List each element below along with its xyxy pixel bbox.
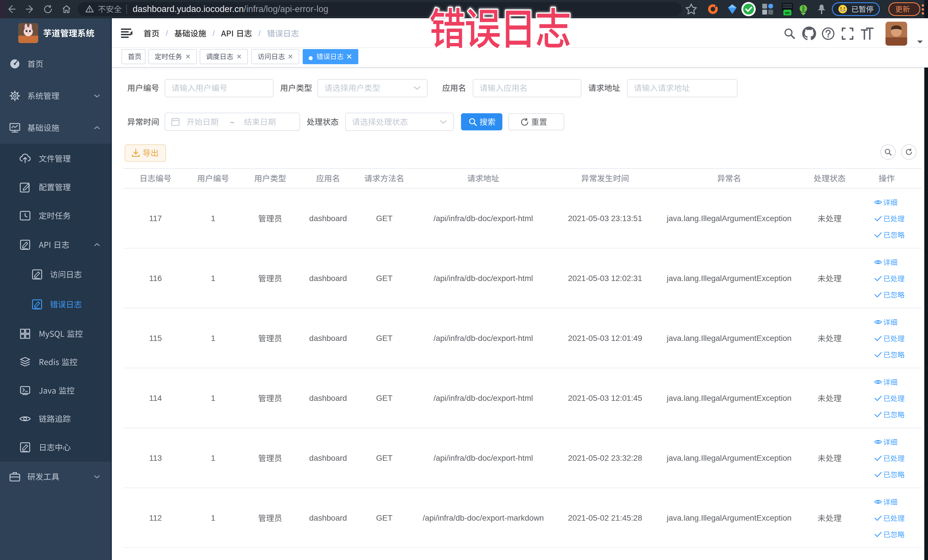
- svg-text:on: on: [785, 11, 790, 15]
